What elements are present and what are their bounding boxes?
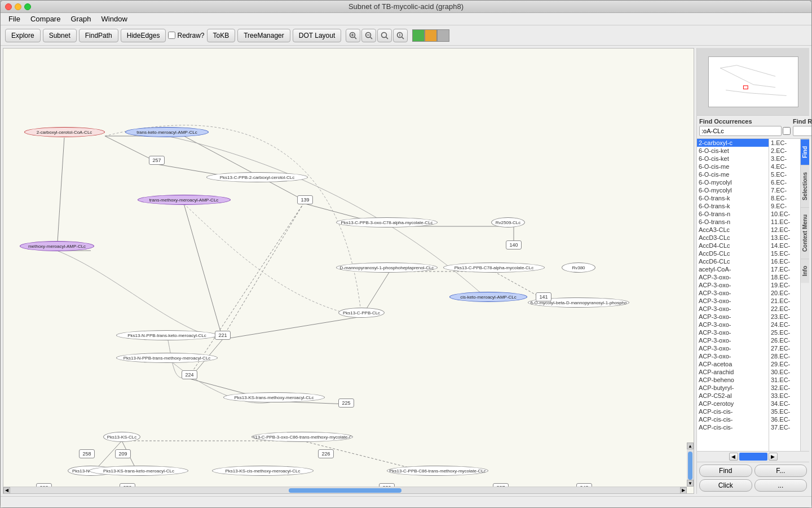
left-list-item[interactable]: 6-O-trans-n	[697, 218, 769, 226]
right-list-item[interactable]: 5.EC-	[769, 170, 800, 178]
left-list-item[interactable]: 6-O-mycolyl	[697, 178, 769, 186]
vscroll-down[interactable]: ▼	[687, 480, 694, 487]
color-swatch-gray[interactable]	[437, 29, 449, 42]
left-list-item[interactable]: acetyl-CoA-	[697, 265, 769, 273]
treemanager-button[interactable]: TreeManager	[237, 29, 290, 42]
find-checkbox[interactable]	[783, 127, 791, 135]
right-list-item[interactable]: 13.EC-	[769, 234, 800, 242]
right-list-item[interactable]: 16.EC-	[769, 257, 800, 265]
explore-button[interactable]: Explore	[5, 29, 41, 42]
tab-context-menu[interactable]: Context Menu	[801, 207, 809, 259]
left-list-item[interactable]: ACP-butyryl-	[697, 384, 769, 392]
right-list-item[interactable]: 26.EC-	[769, 336, 800, 344]
find-input[interactable]	[699, 126, 782, 136]
find-ru-input[interactable]	[793, 126, 811, 136]
vscroll-up[interactable]: ▲	[687, 443, 694, 449]
left-list-item[interactable]: ACP-3-oxo-	[697, 273, 769, 281]
maximize-button[interactable]	[24, 3, 31, 10]
right-list-item[interactable]: 3.EC-	[769, 155, 800, 163]
close-button[interactable]	[5, 3, 12, 10]
right-list-item[interactable]: 17.EC-	[769, 265, 800, 273]
left-list-item[interactable]: ACP-beheno	[697, 376, 769, 384]
zoom-in-button[interactable]	[346, 29, 360, 42]
left-list-item[interactable]: ACP-3-oxo-	[697, 329, 769, 336]
graph-node[interactable]: Pks13-KS-cis-methoxy-meroacyl-CLc	[212, 466, 314, 476]
zoom-reset-button[interactable]	[393, 29, 408, 42]
graph-node[interactable]: methoxy-meroacyl-AMP-CLc	[20, 241, 94, 251]
list-nav-right[interactable]: ▶	[769, 453, 778, 461]
graph-node[interactable]: 141	[536, 292, 551, 301]
right-list-item[interactable]: 11.EC-	[769, 218, 800, 226]
hscroll-right[interactable]: ▶	[680, 487, 687, 494]
right-list-item[interactable]: 33.EC-	[769, 392, 800, 400]
right-list-item[interactable]: 23.EC-	[769, 313, 800, 321]
subnet-button[interactable]: Subnet	[43, 29, 77, 42]
graph-node[interactable]: 2-carboxyl-cerotol-CoA-CLc	[24, 127, 105, 137]
graph-node[interactable]: Pks13-N-PPB-trans-keto-meroacyl-CLc	[116, 330, 218, 340]
right-list-item[interactable]: 21.EC-	[769, 297, 800, 305]
graph-node[interactable]: Pks13-KS-CLc	[103, 432, 140, 442]
left-list-item[interactable]: ACP-acetoa	[697, 360, 769, 368]
right-list-item[interactable]: 37.EC-	[769, 423, 800, 431]
graph-node[interactable]: Rv380	[562, 262, 595, 273]
left-list-item[interactable]: ACP-3-oxo-	[697, 321, 769, 329]
right-list-item[interactable]: 15.EC-	[769, 249, 800, 257]
left-list-item[interactable]: ACP-C52-al	[697, 392, 769, 400]
graph-area[interactable]: 2-carboxyl-cerotol-CoA-CLctrans-keto-mer…	[3, 48, 694, 494]
graph-node[interactable]: 209	[115, 449, 131, 458]
findpath-button[interactable]: FindPath	[79, 29, 118, 42]
left-list-item[interactable]: 6-O-trans-k	[697, 194, 769, 202]
left-list-item[interactable]: AccD5-CLc	[697, 249, 769, 257]
right-list-item[interactable]: 14.EC-	[769, 242, 800, 249]
left-list-item[interactable]: 6-O-cis-ket	[697, 155, 769, 163]
menu-window[interactable]: Window	[97, 14, 132, 24]
left-list-item[interactable]: ACP-3-oxo-	[697, 352, 769, 360]
right-list-item[interactable]: 34.EC-	[769, 400, 800, 408]
hscroll-track[interactable]	[10, 488, 680, 493]
list-nav-left[interactable]: ◀	[729, 453, 738, 461]
left-list-item[interactable]: ACP-arachid	[697, 368, 769, 376]
graph-node[interactable]: Pks13-C-PPB-3-oxo-C86-trans-methoxy-myco…	[251, 432, 353, 442]
right-list-item[interactable]: 35.EC-	[769, 408, 800, 415]
menu-graph[interactable]: Graph	[66, 14, 95, 24]
graph-node[interactable]: 225	[338, 398, 354, 408]
vscroll-track[interactable]	[687, 449, 694, 480]
right-list-item[interactable]: 22.EC-	[769, 305, 800, 313]
graph-node[interactable]: Pks13-C-PPB-3-oxo-C78-alpha-mycolate-CLc	[336, 217, 438, 227]
graph-node[interactable]: Pks13-C-PPB-C86-trans-methoxy-mycolate-C…	[387, 466, 488, 476]
right-list-item[interactable]: 28.EC-	[769, 352, 800, 360]
graph-node[interactable]: Pks13-C-PPB-2-carboxyl-cerotol-CLc	[206, 172, 308, 182]
zoom-out-button[interactable]	[361, 29, 376, 42]
minimize-button[interactable]	[15, 3, 21, 10]
right-list-item[interactable]: 25.EC-	[769, 329, 800, 336]
hideedges-button[interactable]: HideEdges	[121, 29, 166, 42]
color-swatch-green[interactable]	[412, 29, 425, 42]
right-list-item[interactable]: 30.EC-	[769, 368, 800, 376]
right-list-item[interactable]: 1.EC-	[769, 139, 800, 147]
graph-node[interactable]: cis-keto-meroacyl-AMP-CLc	[449, 292, 527, 302]
graph-node[interactable]: trans-keto-meroacyl-AMP-CLc	[125, 127, 209, 137]
redraw-checkbox[interactable]	[168, 32, 175, 39]
color-swatch-orange[interactable]	[425, 29, 437, 42]
right-list-item[interactable]: 10.EC-	[769, 210, 800, 218]
graph-node[interactable]: Pks13-C-PPB-C78-alpha-mycolate-CLc	[443, 262, 545, 273]
right-list[interactable]: 1.EC-2.EC-3.EC-4.EC-5.EC-6.EC-7.EC-8.EC-…	[769, 139, 800, 451]
right-list-item[interactable]: 24.EC-	[769, 321, 800, 329]
right-list-item[interactable]: 36.EC-	[769, 415, 800, 423]
left-list-item[interactable]: 6-O-trans-k	[697, 202, 769, 210]
left-list-item[interactable]: AccD3-CLc	[697, 234, 769, 242]
left-list-item[interactable]: 6-O-cis-me	[697, 170, 769, 178]
find-button[interactable]: Find	[699, 465, 752, 477]
tokb-button[interactable]: ToKB	[207, 29, 236, 42]
graph-node[interactable]: trans-methoxy-meroacyl-AMP-CLc	[138, 195, 231, 205]
left-list-item[interactable]: ACP-cis-cis-	[697, 423, 769, 431]
right-list-item[interactable]: 29.EC-	[769, 360, 800, 368]
tab-selections[interactable]: Selections	[801, 165, 809, 207]
left-list-item[interactable]: ACP-3-oxo-	[697, 313, 769, 321]
right-list-item[interactable]: 19.EC-	[769, 281, 800, 289]
right-list-item[interactable]: 31.EC-	[769, 376, 800, 384]
menu-compare[interactable]: Compare	[26, 14, 65, 24]
right-list-item[interactable]: 32.EC-	[769, 384, 800, 392]
left-list-item[interactable]: AccA3-CLc	[697, 226, 769, 234]
hscroll-left[interactable]: ◀	[3, 487, 10, 494]
